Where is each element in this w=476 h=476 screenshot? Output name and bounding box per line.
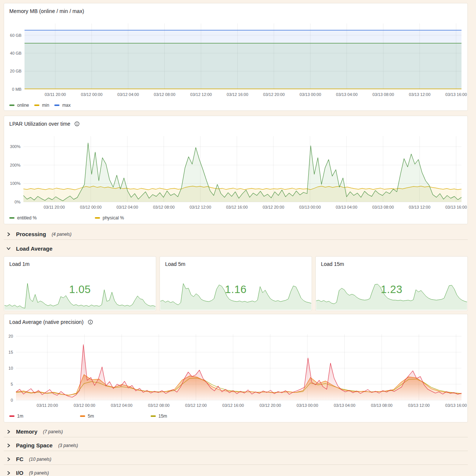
chevron-right-icon [4,232,13,237]
svg-text:10: 10 [9,366,13,370]
svg-text:03/13 08:00: 03/13 08:00 [373,92,394,97]
memory-panel-header: Memory MB (online / min / max) [9,8,462,15]
svg-text:03/12 12:00: 03/12 12:00 [190,205,211,209]
info-icon[interactable] [74,121,80,126]
entitled-series-swatch [9,217,15,219]
native-panel-title: Load Average (native precision) [9,319,84,325]
legend-item-max[interactable]: max [54,103,71,108]
dashboard: Memory MB (online / min / max) 03/11 20:… [4,0,468,476]
svg-text:03/12 12:00: 03/12 12:00 [190,92,212,97]
load-average-native-chart[interactable]: 03/11 20:0003/12 00:0003/12 04:0003/12 0… [9,331,462,410]
row-paging-space-title: Paging Space [16,442,52,448]
svg-text:03/12 16:00: 03/12 16:00 [226,205,248,209]
lpar-utilization-chart[interactable]: 03/11 20:0003/12 00:0003/12 04:0003/12 0… [9,132,462,212]
row-paging-space[interactable]: Paging Space (3 panels) [4,440,468,451]
lpar-panel-title: LPAR Utilization over time [9,121,70,127]
row-memory[interactable]: Memory (7 panels) [4,426,468,437]
legend-item-entitled[interactable]: entitled % [9,215,95,221]
svg-text:03/13 00:00: 03/13 00:00 [297,403,318,408]
memory-legend: online min max [9,102,462,109]
memory-chart[interactable]: 03/11 20:0003/12 00:0003/12 04:0003/12 0… [9,20,462,99]
chevron-right-icon [4,430,13,434]
load-15m-title: Load 15m [321,261,344,267]
chevron-right-icon [4,457,13,461]
svg-text:100%: 100% [10,181,20,186]
load-stats-row: Load 1m 1.05 Load 5m 1.16 Load 15m 1.23 [4,256,468,311]
svg-text:03/12 04:00: 03/12 04:00 [118,92,139,97]
legend-item-15m[interactable]: 15m [151,414,221,419]
row-processing[interactable]: Processing (4 panels) [4,229,468,240]
legend-item-online[interactable]: online [9,103,29,108]
svg-text:03/13 12:00: 03/13 12:00 [409,205,430,209]
svg-text:03/13 12:00: 03/13 12:00 [408,403,430,408]
lpar-utilization-panel: LPAR Utilization over time 03/11 20:0003… [4,116,468,224]
load-5m-stat-panel: Load 5m 1.16 [160,256,312,311]
chevron-down-icon [4,246,13,251]
row-io-title: I/O [16,470,23,476]
load-5m-value: 1.16 [160,283,312,296]
svg-text:40 GB: 40 GB [10,51,22,55]
svg-text:03/12 04:00: 03/12 04:00 [116,205,138,209]
load-15m-value: 1.23 [316,283,467,296]
svg-text:03/11 20:00: 03/11 20:00 [44,205,65,209]
lpar-legend: entitled % physical % [9,214,462,222]
collapsed-rows: Memory (7 panels) Paging Space (3 panels… [4,426,468,476]
svg-text:03/12 16:00: 03/12 16:00 [222,403,244,408]
15m-series-swatch [151,415,156,417]
native-legend: 1m 5m 15m [9,412,462,420]
svg-text:03/12 08:00: 03/12 08:00 [153,205,175,209]
memory-panel-title: Memory MB (online / min / max) [9,8,84,14]
row-fc-count: (10 panels) [29,457,51,462]
row-io-count: (9 panels) [29,470,49,476]
svg-text:03/13 12:00: 03/13 12:00 [409,92,431,97]
max-series-swatch [54,104,60,106]
svg-text:03/11 20:00: 03/11 20:00 [45,92,66,97]
physical-series-swatch [95,217,100,219]
load-1m-stat-panel: Load 1m 1.05 [4,256,156,311]
row-processing-title: Processing [16,231,46,237]
svg-text:03/12 00:00: 03/12 00:00 [81,92,103,97]
svg-text:200%: 200% [10,163,20,167]
svg-text:03/13 08:00: 03/13 08:00 [372,205,394,209]
svg-text:0 MB: 0 MB [12,87,22,91]
chevron-right-icon [4,471,13,475]
svg-text:03/12 16:00: 03/12 16:00 [227,92,248,97]
legend-item-5m[interactable]: 5m [80,414,151,419]
load-average-native-panel: Load Average (native precision) 03/11 20… [4,314,468,422]
row-processing-count: (4 panels) [52,232,71,237]
svg-text:03/12 00:00: 03/12 00:00 [80,205,102,209]
info-icon[interactable] [88,319,93,325]
legend-item-min[interactable]: min [34,103,49,108]
svg-text:03/13 08:00: 03/13 08:00 [371,403,392,408]
row-load-average-title: Load Average [16,245,52,252]
row-fc[interactable]: FC (10 panels) [4,454,468,465]
legend-item-physical[interactable]: physical % [95,215,180,221]
load-15m-stat-panel: Load 15m 1.23 [315,256,468,311]
svg-text:03/13 00:00: 03/13 00:00 [299,205,321,209]
svg-text:03/13 16:00: 03/13 16:00 [446,92,467,97]
svg-text:03/12 12:00: 03/12 12:00 [185,403,207,408]
row-io[interactable]: I/O (9 panels) [4,467,468,476]
svg-text:03/12 04:00: 03/12 04:00 [111,403,132,408]
row-load-average[interactable]: Load Average [4,243,468,254]
native-panel-header: Load Average (native precision) [9,319,462,325]
svg-text:03/13 04:00: 03/13 04:00 [334,403,356,408]
svg-text:03/12 20:00: 03/12 20:00 [263,205,284,209]
svg-text:60 GB: 60 GB [10,33,22,38]
row-memory-title: Memory [16,428,38,435]
legend-item-1m[interactable]: 1m [9,414,80,419]
svg-text:300%: 300% [10,144,20,149]
5m-series-swatch [80,415,85,417]
svg-text:20 GB: 20 GB [10,69,22,73]
row-fc-title: FC [16,456,23,462]
svg-text:03/12 00:00: 03/12 00:00 [74,403,95,408]
svg-text:15: 15 [9,350,13,354]
svg-text:03/12 08:00: 03/12 08:00 [154,92,176,97]
svg-text:5: 5 [11,382,13,386]
row-paging-space-count: (3 panels) [58,443,78,448]
min-series-swatch [34,104,39,106]
load-5m-title: Load 5m [165,261,185,267]
svg-text:03/11 20:00: 03/11 20:00 [37,403,58,408]
svg-text:03/13 00:00: 03/13 00:00 [300,92,321,97]
1m-series-swatch [9,415,15,417]
